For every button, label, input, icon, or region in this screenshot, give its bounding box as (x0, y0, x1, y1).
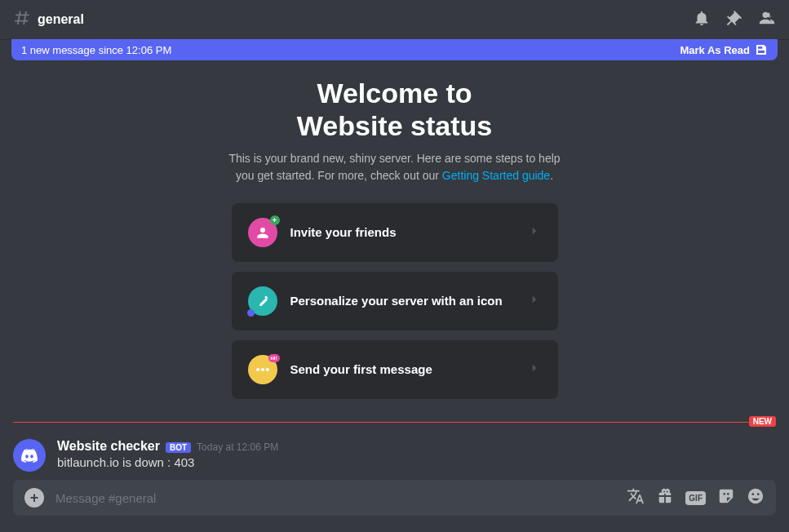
chevron-right-icon (527, 224, 542, 242)
svg-point-0 (256, 368, 259, 371)
chat-icon: HI! (248, 355, 277, 384)
invite-icon: + (248, 218, 277, 247)
svg-point-2 (265, 368, 268, 371)
card-label: Personalize your server with an icon (290, 294, 503, 308)
message-timestamp: Today at 12:06 PM (197, 441, 278, 453)
members-icon[interactable] (758, 9, 776, 30)
message-content: bitlaunch.io is down : 403 (57, 455, 278, 469)
new-badge: NEW (749, 416, 776, 427)
personalize-card[interactable]: Personalize your server with an icon (232, 272, 558, 330)
new-message-text: 1 new message since 12:06 PM (21, 44, 171, 56)
bot-tag: BOT (166, 442, 191, 453)
invite-friends-card[interactable]: + Invite your friends (232, 203, 558, 262)
paint-icon (248, 286, 277, 316)
bell-icon[interactable] (693, 9, 711, 30)
message: Website checker BOT Today at 12:06 PM bi… (13, 437, 776, 480)
message-area: Welcome to Website status This is your b… (0, 60, 789, 480)
sticker-icon[interactable] (717, 487, 735, 508)
welcome-block: Welcome to Website status This is your b… (224, 77, 566, 184)
getting-started-link[interactable]: Getting Started guide (442, 169, 550, 182)
message-author[interactable]: Website checker (57, 439, 160, 454)
mark-as-read-button[interactable]: Mark As Read (680, 43, 769, 56)
welcome-description: This is your brand new, shiny server. He… (224, 150, 566, 184)
attach-button[interactable]: + (24, 488, 44, 508)
mark-read-icon (755, 43, 768, 56)
channel-header: general (0, 0, 789, 39)
avatar[interactable] (13, 439, 46, 472)
discord-logo-icon (20, 446, 39, 465)
new-divider: NEW (13, 422, 776, 423)
hash-icon (13, 9, 31, 30)
chevron-right-icon (527, 361, 542, 379)
message-input-bar: + GIF (13, 480, 776, 516)
emoji-icon[interactable] (747, 487, 765, 508)
welcome-title: Welcome to Website status (224, 77, 566, 142)
gif-button[interactable]: GIF (685, 491, 706, 505)
svg-point-1 (260, 368, 264, 371)
message-input[interactable] (55, 491, 615, 505)
input-area: + GIF (0, 480, 789, 532)
new-message-bar[interactable]: 1 new message since 12:06 PM Mark As Rea… (11, 39, 778, 60)
chevron-right-icon (527, 292, 542, 310)
card-label: Send your first message (290, 362, 432, 376)
gift-icon[interactable] (656, 487, 674, 508)
card-label: Invite your friends (290, 225, 397, 239)
translate-icon[interactable] (627, 487, 645, 508)
first-message-card[interactable]: HI! Send your first message (232, 340, 558, 399)
channel-name: general (38, 12, 84, 27)
pin-icon[interactable] (725, 9, 743, 30)
